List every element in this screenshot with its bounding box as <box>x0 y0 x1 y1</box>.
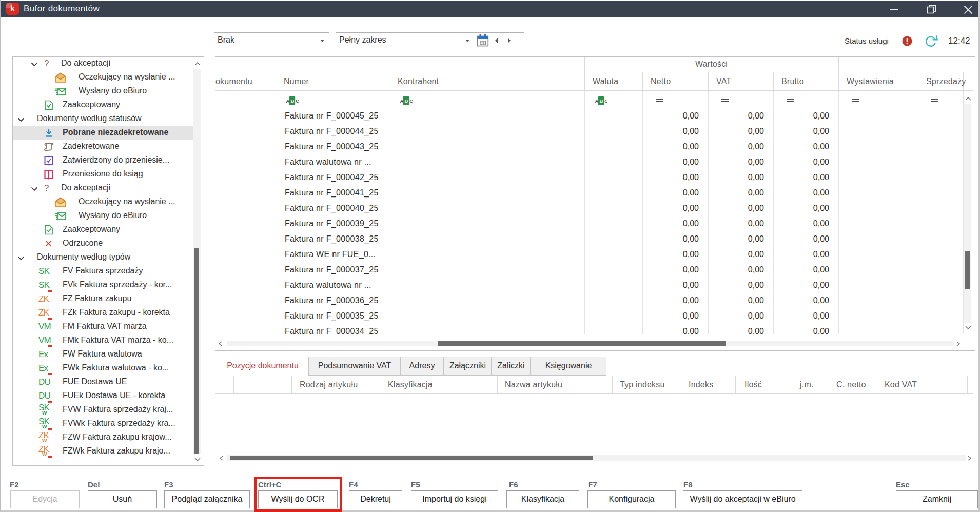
svg-text:A: A <box>595 98 599 104</box>
svg-text:C: C <box>604 98 607 104</box>
svg-text:A: A <box>286 98 290 104</box>
svg-text:B: B <box>290 98 294 104</box>
svg-text:A: A <box>400 98 404 104</box>
svg-text:C: C <box>409 98 413 104</box>
svg-text:B: B <box>404 98 408 104</box>
svg-text:B: B <box>599 98 603 104</box>
svg-text:C: C <box>296 98 299 104</box>
